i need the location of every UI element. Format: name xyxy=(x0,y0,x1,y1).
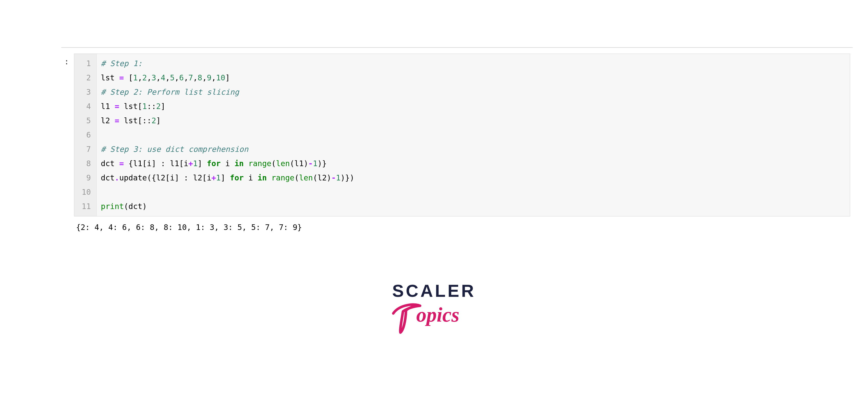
line-number: 6 xyxy=(74,128,94,142)
line-number: 3 xyxy=(74,85,94,99)
code-line[interactable]: dct.update({l2[i] : l2[i+1] for i in ran… xyxy=(101,171,354,185)
logo-topics-text: opics xyxy=(388,298,480,334)
code-line[interactable]: # Step 3: use dict comprehension xyxy=(101,142,354,156)
code-line[interactable]: print(dct) xyxy=(101,199,354,214)
line-number: 1 xyxy=(74,56,94,71)
line-number: 11 xyxy=(74,199,94,214)
code-line[interactable] xyxy=(101,128,354,142)
code-input-area[interactable]: 1 2 3 4 5 6 7 8 9 10 11 # Step 1: lst = … xyxy=(74,54,850,217)
line-number: 7 xyxy=(74,142,94,156)
code-line[interactable]: lst = [1,2,3,4,5,6,7,8,9,10] xyxy=(101,71,354,85)
top-rule xyxy=(61,47,853,48)
line-number: 8 xyxy=(74,156,94,171)
line-number: 4 xyxy=(74,99,94,114)
cell-output: {2: 4, 4: 6, 6: 8, 8: 10, 1: 3, 3: 5, 5:… xyxy=(74,217,850,238)
code-line[interactable]: l1 = lst[1::2] xyxy=(101,99,354,114)
code-line[interactable]: l2 = lst[::2] xyxy=(101,114,354,128)
line-number: 5 xyxy=(74,114,94,128)
line-number: 10 xyxy=(74,185,94,199)
input-prompt: : xyxy=(54,57,69,66)
line-number: 9 xyxy=(74,171,94,185)
line-number-gutter: 1 2 3 4 5 6 7 8 9 10 11 xyxy=(74,54,97,216)
line-number: 2 xyxy=(74,71,94,85)
code-line[interactable] xyxy=(101,185,354,199)
notebook-cell: : 1 2 3 4 5 6 7 8 9 10 11 # Step 1: lst … xyxy=(51,54,850,238)
scaler-topics-logo: SCALER opics xyxy=(0,281,868,335)
logo-scaler-text: SCALER xyxy=(0,281,868,301)
code-lines[interactable]: # Step 1: lst = [1,2,3,4,5,6,7,8,9,10] #… xyxy=(97,54,358,216)
svg-text:opics: opics xyxy=(416,303,459,326)
code-line[interactable]: # Step 1: xyxy=(101,56,354,71)
code-line[interactable]: # Step 2: Perform list slicing xyxy=(101,85,354,99)
code-line[interactable]: dct = {l1[i] : l1[i+1] for i in range(le… xyxy=(101,156,354,171)
